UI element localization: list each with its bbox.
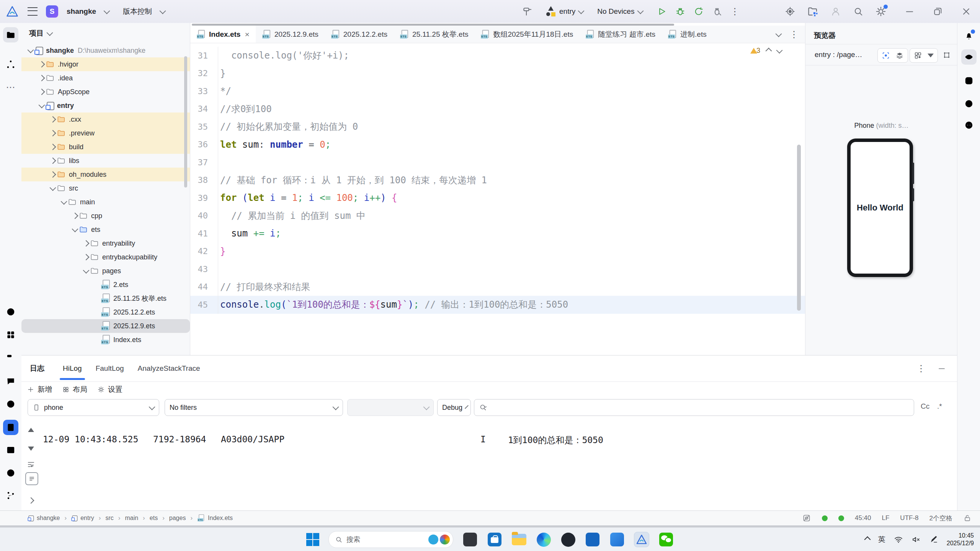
structure-tool-icon[interactable] [3,57,18,72]
collapsed-chevron-icon[interactable] [49,145,57,149]
editor-tab-数组2025年11月18日.ets[interactable]: ETS数组2025年11月18日.ets [474,26,579,43]
log-action-设置[interactable]: 设置 [97,385,122,395]
tree-item-build[interactable]: build [21,140,190,154]
breadcrumb-shangke[interactable]: shangke [28,514,60,522]
code-line-45[interactable]: 45console.log(`1到100的总和是：${sum}`); // 输出… [190,296,805,314]
messages-tool-icon[interactable] [3,373,18,389]
soft-wrap-toggle-icon[interactable] [25,472,38,485]
vcs-chevron-icon[interactable] [160,8,166,14]
status-indicator-dot[interactable] [838,515,844,521]
taskbar-clock[interactable]: 10:45 2025/12/9 [947,532,974,547]
code-line-36[interactable]: 36let sum: number = 0; [190,136,805,154]
tree-item-2025.12.9.ets[interactable]: ETS2025.12.9.ets [21,319,190,333]
code-line-35[interactable]: 35// 初始化累加变量，初始值为 0 [190,118,805,136]
codelinter-tool-icon[interactable] [961,96,977,111]
code-line-42[interactable]: 42} [190,243,805,261]
taskbar-app-lightblue-tile[interactable] [609,532,625,547]
tree-item-oh_modules[interactable]: oh_modules [21,168,190,181]
tray-overflow-chevron-icon[interactable] [864,536,871,543]
log-action-布局[interactable]: 布局 [62,385,87,395]
run-button[interactable] [657,6,667,17]
layers-icon[interactable] [895,51,904,60]
expanded-chevron-icon[interactable] [71,227,79,232]
log-tool-icon[interactable] [3,420,18,435]
code-editor[interactable]: 31 console.log('你好'+i);32}33*/34//求0到100… [190,43,805,359]
tree-item-2025.12.2.ets[interactable]: ETS2025.12.2.ets [21,305,190,319]
next-warning-icon[interactable] [776,47,783,54]
indent-setting[interactable]: 2个空格 [929,514,952,523]
collapsed-chevron-icon[interactable] [49,158,57,163]
start-button-icon[interactable] [306,533,319,546]
expanded-chevron-icon[interactable] [82,269,90,273]
breadcrumb-ets[interactable]: ets [150,515,158,522]
tree-item-2.ets[interactable]: ETS2.ets [21,278,190,292]
log-search-input[interactable] [474,399,914,416]
hide-panel-icon[interactable] [937,364,946,373]
editor-tab-25.11.25 枚举.ets[interactable]: ETS25.11.25 枚举.ets [394,26,474,43]
profiler-button[interactable] [712,6,722,17]
memory-indicator-dot[interactable] [822,515,828,521]
tree-item-AppScope[interactable]: AppScope [21,85,190,99]
code-line-34[interactable]: 34//求0到100 [190,100,805,118]
tree-item-ets[interactable]: ets [21,223,190,236]
taskbar-app-dark-window[interactable] [462,532,478,547]
version-control-menu[interactable]: 版本控制 [123,7,152,16]
minimize-button[interactable] [904,6,915,17]
notifications-bell-icon[interactable] [961,28,977,43]
tree-item-src[interactable]: src [21,181,190,195]
log-level-select[interactable]: Debug [437,399,471,416]
close-tab-icon[interactable]: × [245,30,249,39]
collapsed-chevron-icon[interactable] [38,62,46,67]
collapsed-chevron-icon[interactable] [82,255,90,259]
inspections-widget[interactable]: 3 [750,47,782,55]
collapsed-chevron-icon[interactable] [49,131,57,135]
match-case-toggle[interactable]: Cc [921,402,929,411]
log-tab-HiLog[interactable]: HiLog [56,355,89,381]
version-control-tool-icon[interactable] [3,488,18,503]
log-filter-select[interactable]: No filters [165,399,343,416]
close-window-button[interactable] [961,6,972,17]
previewer-tool-icon[interactable] [961,49,977,65]
tree-item-.cxx[interactable]: .cxx [21,112,190,126]
code-line-37[interactable]: 37 [190,153,805,171]
editor-tab-2025.12.2.ets[interactable]: ETS2025.12.2.ets [325,26,394,43]
tree-item-.idea[interactable]: .idea [21,71,190,85]
code-line-41[interactable]: 41 sum += i; [190,225,805,243]
collapsed-chevron-icon[interactable] [82,241,90,246]
device-selector[interactable]: No Devices [597,7,643,16]
tree-item-pages[interactable]: pages [21,264,190,278]
debug-button[interactable] [675,6,686,17]
taskbar-app-dark-circle[interactable] [560,532,576,547]
run-config-selector[interactable]: entry [546,6,583,17]
taskbar-app-wechat[interactable] [658,532,674,547]
taskbar-search[interactable]: 搜索 [328,531,453,548]
inspect-preview-icon[interactable] [882,51,890,60]
breadcrumb-pages[interactable]: pages [169,515,186,522]
screen-reader-icon[interactable] [802,514,811,523]
unlock-icon[interactable] [963,514,972,522]
components-grid-icon[interactable] [914,51,922,60]
problems-tool-icon[interactable] [3,465,18,481]
collapsed-chevron-icon[interactable] [49,172,57,177]
code-line-39[interactable]: 39for (let i = 1; i <= 100; i++) { [190,189,805,207]
settings-gear-icon[interactable] [875,6,887,17]
expanded-chevron-icon[interactable] [38,103,46,108]
code-line-32[interactable]: 32} [190,65,805,83]
taskbar-app-store[interactable] [487,532,502,547]
editor-tab-随堂练习 超市.ets[interactable]: ETS随堂练习 超市.ets [579,26,662,43]
tree-item-entryability[interactable]: entryability [21,236,190,250]
wifi-icon[interactable] [894,535,903,544]
expanded-chevron-icon[interactable] [60,200,68,204]
breadcrumb-src[interactable]: src [105,515,113,522]
editor-scrollbar[interactable] [797,145,801,311]
breadcrumb-entry[interactable]: entry [71,514,94,522]
breadcrumb-main[interactable]: main [125,515,138,522]
code-line-33[interactable]: 33*/ [190,82,805,100]
collapsed-chevron-icon[interactable] [38,90,46,94]
user-avatar-icon[interactable] [830,6,841,17]
project-tool-icon[interactable] [3,27,18,42]
code-line-44[interactable]: 44// 打印最终求和结果 [190,278,805,296]
build-tool-icon[interactable] [3,350,18,365]
more-tools-icon[interactable]: ⋯ [3,80,18,95]
code-line-43[interactable]: 43 [190,260,805,278]
